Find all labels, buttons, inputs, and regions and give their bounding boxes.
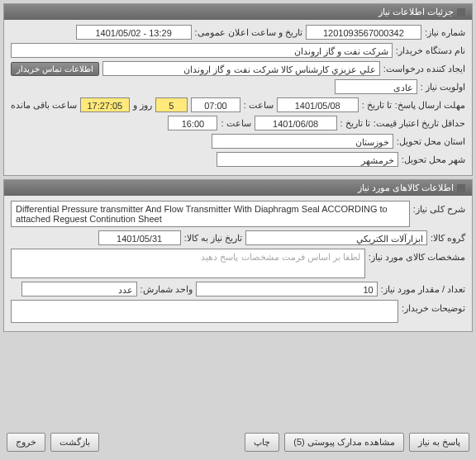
- req-no-label: شماره نیاز:: [425, 27, 465, 38]
- buyer-notes-label: توضیحات خریدار:: [402, 300, 465, 314]
- exit-label: خروج: [16, 437, 36, 448]
- ann-date-field[interactable]: 1401/05/02 - 13:29: [76, 25, 192, 40]
- print-button[interactable]: چاپ: [245, 433, 279, 452]
- exit-button[interactable]: خروج: [7, 433, 45, 452]
- unit-label: واحد شمارش:: [140, 284, 193, 295]
- desc-label: شرح کلی نیاز:: [413, 201, 465, 215]
- unit-field[interactable]: عدد: [21, 282, 137, 296]
- to-date-label-1: تا تاریخ :: [362, 100, 392, 111]
- item-date-field[interactable]: 1401/05/31: [98, 230, 181, 245]
- desc-field[interactable]: Differential Pressure transmitter And Fl…: [11, 201, 410, 227]
- qty-field[interactable]: 10: [196, 282, 378, 296]
- buyer-notes-field[interactable]: [11, 300, 398, 323]
- panel1-title: جزئیات اطلاعات نیاز: [378, 7, 454, 17]
- panel1-header: جزئیات اطلاعات نیاز: [4, 4, 472, 20]
- countdown-label: ساعت باقی مانده: [11, 100, 77, 111]
- respond-label: پاسخ به نیاز: [418, 437, 460, 448]
- goods-info-panel: اطلاعات کالاهای مورد نیاز شرح کلی نیاز: …: [3, 179, 473, 332]
- spec-label: مشخصات کالای مورد نیاز:: [369, 249, 465, 263]
- back-button[interactable]: بازگشت: [50, 433, 99, 452]
- back-label: بازگشت: [60, 437, 90, 448]
- item-date-label: تاریخ نیاز به کالا:: [184, 233, 242, 244]
- ann-date-label: تاریخ و ساعت اعلان عمومی:: [195, 27, 302, 38]
- contact-buyer-button[interactable]: اطلاعات تماس خریدار: [11, 62, 99, 76]
- time-label-2: ساعت :: [221, 118, 250, 129]
- date1-field[interactable]: 1401/05/08: [277, 97, 359, 112]
- print-label: چاپ: [254, 437, 270, 448]
- time2-field[interactable]: 16:00: [168, 116, 217, 130]
- spec-field[interactable]: لطفا بر اساس فرمت مشخصات پاسخ دهید: [11, 249, 365, 278]
- countdown-field: 17:27:05: [80, 97, 129, 112]
- bottom-toolbar: پاسخ به نیاز مشاهده مدارک پیوستی (5) چاپ…: [3, 429, 473, 455]
- group-label: گروه کالا:: [431, 233, 465, 244]
- province-label: استان محل تحویل:: [397, 136, 465, 147]
- attachments-label: مشاهده مدارک پیوستی (5): [293, 437, 395, 448]
- buyer-label: نام دستگاه خریدار:: [396, 45, 465, 56]
- qty-label: تعداد / مقدار مورد نیاز:: [381, 284, 465, 295]
- to-date-label-2: تا تاریخ :: [340, 118, 370, 129]
- min-valid-label: حداقل تاریخ اعتبار قیمت:: [374, 118, 465, 129]
- creator-field[interactable]: علي عزيزي كارشناس كالا شركت نفت و گاز ار…: [102, 61, 380, 76]
- city-label: شهر محل تحویل:: [402, 154, 465, 165]
- req-no-field[interactable]: 1201093567000342: [306, 25, 421, 40]
- date2-field[interactable]: 1401/06/08: [255, 116, 337, 130]
- respond-button[interactable]: پاسخ به نیاز: [409, 433, 469, 452]
- priority-field[interactable]: عادی: [335, 79, 417, 94]
- city-field[interactable]: خرمشهر: [217, 152, 398, 167]
- panel-icon: [457, 184, 465, 192]
- attachments-button[interactable]: مشاهده مدارک پیوستی (5): [284, 433, 404, 452]
- time-label-1: ساعت :: [244, 100, 274, 111]
- need-details-panel: جزئیات اطلاعات نیاز شماره نیاز: 12010935…: [3, 3, 473, 176]
- group-field[interactable]: ابزارآلات الكتريكي: [245, 230, 427, 245]
- panel2-title: اطلاعات کالاهای مورد نیاز: [358, 183, 454, 193]
- creator-label: ایجاد کننده درخواست:: [383, 64, 465, 74]
- buyer-field[interactable]: شرکت نفت و گاز اروندان: [11, 43, 393, 58]
- deadline-send-label: مهلت ارسال پاسخ:: [395, 100, 465, 111]
- time1-field[interactable]: 07:00: [191, 97, 240, 112]
- panel-icon: [457, 8, 465, 17]
- priority-label: اولویت نیاز :: [421, 82, 465, 92]
- days-label: روز و: [133, 100, 152, 111]
- province-field[interactable]: خوزستان: [212, 134, 393, 149]
- days-remaining-field: 5: [155, 97, 188, 112]
- panel2-header: اطلاعات کالاهای مورد نیاز: [4, 180, 472, 196]
